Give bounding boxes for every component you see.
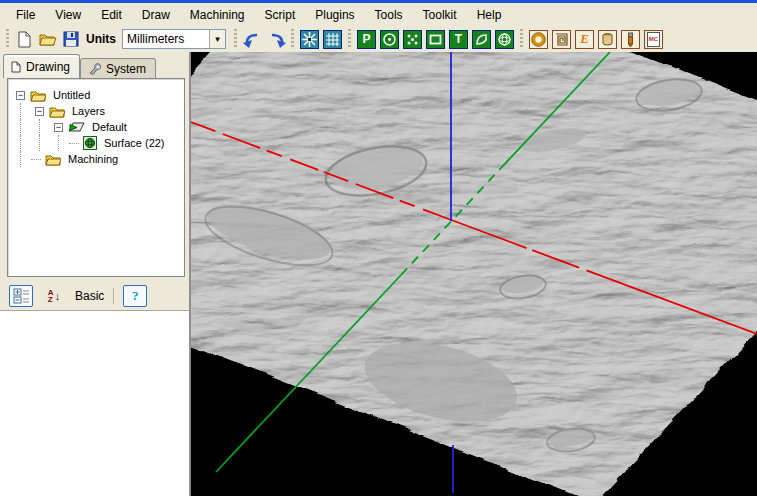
toolbar-grip[interactable] [291,29,294,49]
draw-arc-button[interactable] [470,28,493,50]
open-file-button[interactable] [36,28,59,50]
menu-view[interactable]: View [45,4,91,25]
mill-drill-icon [598,30,617,49]
browser-panel: Drawing System − Untitled [0,52,191,496]
mill-drill-button[interactable] [596,28,619,50]
categorized-view-button[interactable] [9,285,33,307]
main-area: Drawing System − Untitled [0,52,757,496]
menu-machining[interactable]: Machining [180,4,255,25]
toolbar-grip[interactable] [520,29,523,49]
wrench-icon [88,63,101,75]
property-toolbar: A Z ↓ Basic ? [0,282,189,310]
main-toolbar: Units Millimeters ▾ [0,26,757,52]
open-folder-icon [39,32,57,46]
draw-point-button[interactable]: P [355,28,378,50]
tree-item-label[interactable]: Machining [66,152,120,166]
menu-plugins[interactable]: Plugins [305,4,364,25]
property-grid[interactable] [0,310,189,496]
menu-script[interactable]: Script [255,4,306,25]
undo-icon [243,30,263,48]
undo-button[interactable] [241,28,264,50]
redo-button[interactable] [264,28,287,50]
menu-file[interactable]: File [6,4,45,25]
mill-pocket-button[interactable] [550,28,573,50]
mill-torus-icon [529,30,548,49]
mill-pocket-icon [552,30,571,49]
new-file-button[interactable] [13,28,36,50]
draw-pointcloud-icon [403,30,422,49]
snap-point-icon [300,30,319,49]
categorized-view-icon [13,288,30,304]
draw-sphere-icon [495,30,514,49]
draw-rectangle-icon [426,30,445,49]
drawing-tree: − Untitled − Layers [7,78,185,277]
menu-draw[interactable]: Draw [132,4,180,25]
menu-tools[interactable]: Tools [365,4,413,25]
tab-drawing[interactable]: Drawing [3,54,80,78]
draw-rectangle-button[interactable] [424,28,447,50]
tree-item-label[interactable]: Default [90,120,129,134]
draw-point-icon: P [357,30,376,49]
sort-alphabetical-button[interactable]: A Z ↓ [42,285,66,307]
sort-az-icon: A Z ↓ [48,289,60,303]
units-dropdown-value: Millimeters [123,32,209,46]
viewport-3d[interactable] [191,52,757,496]
mill-tool-button[interactable] [619,28,642,50]
grid-icon [323,30,342,49]
tab-system-label: System [106,62,146,76]
mill-torus-button[interactable] [527,28,550,50]
terrain-surface[interactable] [191,52,757,496]
help-button[interactable]: ? [123,285,147,307]
collapse-toggle[interactable]: − [35,107,44,116]
menu-edit[interactable]: Edit [91,4,132,25]
draw-text-icon: T [449,30,468,49]
help-icon: ? [132,288,139,304]
application-window: File View Edit Draw Machining Script Plu… [0,0,757,496]
mill-tool-icon [621,30,640,49]
tree-item-layers[interactable]: − Layers [12,103,182,119]
tree-item-label[interactable]: Surface (22) [102,136,167,150]
mill-post-button[interactable]: MC [642,28,665,50]
draw-sphere-button[interactable] [493,28,516,50]
tree-item-untitled[interactable]: − Untitled [12,87,182,103]
tree-item-surface[interactable]: Surface (22) [12,135,182,151]
surface-icon [83,136,97,150]
view-mode-label: Basic [75,289,104,303]
toolbar-grip[interactable] [6,29,9,49]
grid-button[interactable] [321,28,344,50]
mill-post-icon: MC [644,30,663,49]
menu-toolkit[interactable]: Toolkit [413,4,467,25]
dropdown-arrow-icon[interactable]: ▾ [209,30,225,48]
save-button[interactable] [59,28,82,50]
folder-icon [49,105,65,118]
units-dropdown[interactable]: Millimeters ▾ [122,29,226,49]
tree-item-machining[interactable]: Machining [12,151,182,167]
tab-system[interactable]: System [80,58,156,78]
tree-item-label[interactable]: Layers [70,104,107,118]
snap-point-button[interactable] [298,28,321,50]
page-icon [11,61,21,73]
separator [113,288,114,304]
viewport-canvas [191,52,757,496]
collapse-toggle[interactable]: − [16,91,25,100]
menu-bar: File View Edit Draw Machining Script Plu… [0,3,757,26]
draw-circle-button[interactable] [378,28,401,50]
units-label: Units [86,32,116,46]
draw-text-button[interactable]: T [447,28,470,50]
save-floppy-icon [63,31,79,47]
draw-pointcloud-button[interactable] [401,28,424,50]
menu-help[interactable]: Help [467,4,512,25]
mill-engrave-button[interactable]: E [573,28,596,50]
layer-icon [68,121,85,133]
draw-arc-icon [472,30,491,49]
folder-icon [45,153,61,166]
tree-item-default-layer[interactable]: − Default [12,119,182,135]
redo-icon [266,30,286,48]
tree-item-label[interactable]: Untitled [51,88,92,102]
folder-icon [30,89,46,102]
mill-engrave-icon: E [575,30,594,49]
toolbar-grip[interactable] [348,29,351,49]
toolbar-grip[interactable] [234,29,237,49]
collapse-toggle[interactable]: − [54,123,63,132]
draw-circle-icon [380,30,399,49]
